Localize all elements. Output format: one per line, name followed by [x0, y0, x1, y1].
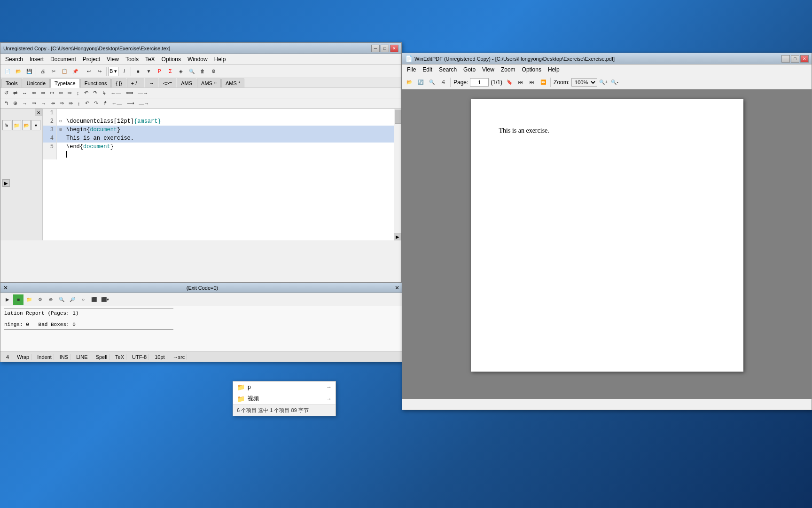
toolbar-pdf2[interactable]: Σ [165, 66, 175, 77]
pdf-btn-print[interactable]: 🖨 [438, 77, 448, 87]
sym2-12[interactable]: ↱ [101, 99, 109, 107]
minimize-button[interactable]: ─ [371, 45, 380, 52]
menu-help[interactable]: Help [211, 55, 229, 64]
pdf-menu-zoom[interactable]: Zoom [498, 65, 518, 74]
maximize-button[interactable]: □ [381, 45, 389, 52]
sym-longLR[interactable]: ⟺ [124, 89, 135, 97]
sym-longR[interactable]: —→ [136, 89, 150, 97]
sym-longL[interactable]: ←— [109, 89, 123, 97]
sym2-6[interactable]: ↠ [49, 99, 57, 107]
close-button[interactable]: ✕ [390, 45, 398, 52]
menu-search[interactable]: Search [2, 55, 26, 64]
tab-functions[interactable]: Functions [80, 79, 111, 87]
toolbar-cut[interactable]: ✂ [48, 66, 59, 77]
tab-ams-approx[interactable]: AMS ≈ [197, 79, 221, 87]
pdf-btn-zoom-in[interactable]: 🔍+ [598, 77, 609, 87]
sym2-4[interactable]: ⇒ [30, 99, 38, 107]
winpdf-close[interactable]: ✕ [800, 55, 809, 63]
toolbar-new[interactable]: 📄 [2, 66, 13, 77]
console-close-btn[interactable]: ✕ [395, 285, 399, 291]
sym-misc1[interactable]: ↳ [100, 89, 108, 97]
console-btn-10[interactable]: ⬛▾ [100, 294, 110, 305]
sym-lr1[interactable]: ↔ [20, 89, 29, 97]
sym-arrows[interactable]: ⇌ [11, 89, 19, 97]
page-input[interactable] [470, 78, 489, 87]
sym-ud1[interactable]: ↕ [75, 89, 81, 97]
pdf-menu-goto[interactable]: Goto [461, 65, 478, 74]
toolbar-copy[interactable]: 📋 [59, 66, 70, 77]
toolbar-undo[interactable]: ↩ [84, 66, 94, 77]
file-item-videos[interactable]: 📁 视频 → [233, 393, 336, 405]
menu-document[interactable]: Document [47, 55, 79, 64]
toolbar-tex1[interactable]: ■ [133, 66, 143, 77]
sym2-ra[interactable]: —→ [137, 100, 151, 107]
pdf-menu-file[interactable]: File [404, 65, 419, 74]
console-close-icon[interactable]: ✕ [3, 285, 8, 291]
sym2-5[interactable]: → [39, 100, 48, 107]
sym2-m[interactable]: ⟶ [125, 99, 136, 107]
sym2-10[interactable]: ↶ [83, 99, 91, 107]
console-btn-8[interactable]: ○ [78, 294, 88, 305]
sym-arc1[interactable]: ↶ [82, 89, 90, 97]
menu-window[interactable]: Window [185, 55, 211, 64]
panel-icon-2[interactable]: 📁 [12, 120, 21, 130]
winpdf-minimize[interactable]: ─ [781, 55, 790, 63]
menu-project[interactable]: Project [80, 55, 103, 64]
sym2-3[interactable]: → [20, 100, 29, 107]
tab-braces[interactable]: { |} [111, 79, 126, 87]
nav-arrow-right[interactable]: ▶ [2, 179, 10, 187]
panel-icon-1[interactable]: 🖱 [2, 120, 11, 130]
pdf-btn-open[interactable]: 📂 [404, 77, 414, 87]
toolbar-settings[interactable]: ⚙ [208, 66, 219, 77]
pdf-menu-edit[interactable]: Edit [420, 65, 435, 74]
toolbar-italic[interactable]: I [119, 66, 129, 77]
sym-lr3[interactable]: ⇒ [39, 89, 47, 97]
sym2-2[interactable]: ⊕ [11, 99, 19, 107]
pdf-menu-help[interactable]: Help [545, 65, 562, 74]
editor-scrollbar[interactable]: ▶ [394, 109, 401, 240]
tab-plusminus[interactable]: + / - [127, 79, 144, 87]
pdf-btn-refresh[interactable]: 🔄 [415, 77, 426, 87]
toolbar-tex2[interactable]: ▼ [143, 66, 154, 77]
console-btn-4[interactable]: ⚙ [35, 294, 45, 305]
menu-options[interactable]: Options [159, 55, 184, 64]
tab-compare[interactable]: <>= [159, 79, 176, 87]
sym-arc2[interactable]: ↷ [91, 89, 99, 97]
zoom-select[interactable]: 100% 75% 150% [571, 78, 597, 87]
menu-view[interactable]: View [104, 55, 122, 64]
panel-icon-3[interactable]: 📂 [22, 120, 31, 130]
tab-arrow[interactable]: → [145, 79, 158, 87]
toolbar-pdf[interactable]: P [154, 66, 164, 77]
console-btn-6[interactable]: 🔍 [56, 294, 67, 305]
pdf-btn-search[interactable]: 🔍 [427, 77, 437, 87]
sym-lr6[interactable]: ⇨ [66, 89, 74, 97]
toolbar-print[interactable]: 🖨 [38, 66, 48, 77]
sym-lr4[interactable]: ↦ [48, 89, 56, 97]
tab-ams[interactable]: AMS [177, 79, 196, 87]
menu-insert[interactable]: Insert [27, 55, 47, 64]
panel-icon-4[interactable]: ▾ [31, 120, 40, 130]
console-btn-9[interactable]: ⬛ [89, 294, 99, 305]
toolbar-open[interactable]: 📂 [13, 66, 23, 77]
pdf-btn-last[interactable]: ⏩ [538, 77, 548, 87]
console-btn-5[interactable]: ⊕ [46, 294, 56, 305]
sym2-9[interactable]: ↕ [76, 100, 82, 107]
sym-lr5[interactable]: ⇦ [57, 89, 65, 97]
sym2-7[interactable]: ⇒ [58, 99, 66, 107]
toolbar-find[interactable]: 🔍 [187, 66, 197, 77]
pdf-btn-next[interactable]: ⏭ [527, 77, 537, 87]
sym-lr2[interactable]: ⇐ [30, 89, 38, 97]
toolbar-del[interactable]: 🗑 [197, 66, 208, 77]
toolbar-format-dropdown[interactable]: B ▾ [108, 67, 118, 76]
console-btn-2[interactable]: ■ [13, 294, 23, 305]
console-btn-1[interactable]: ▶ [2, 294, 13, 305]
pdf-btn-bookmark[interactable]: 🔖 [504, 77, 515, 87]
pdf-btn-zoom-out[interactable]: 🔍- [609, 77, 620, 87]
pdf-btn-prev[interactable]: ⏮ [515, 77, 526, 87]
toolbar-misc[interactable]: ◈ [176, 66, 186, 77]
toolbar-paste[interactable]: 📌 [70, 66, 80, 77]
sym-loop[interactable]: ↺ [2, 89, 10, 97]
tab-ams-star[interactable]: AMS * [221, 79, 244, 87]
sym2-la[interactable]: ←— [110, 100, 124, 107]
pdf-menu-search[interactable]: Search [436, 65, 460, 74]
